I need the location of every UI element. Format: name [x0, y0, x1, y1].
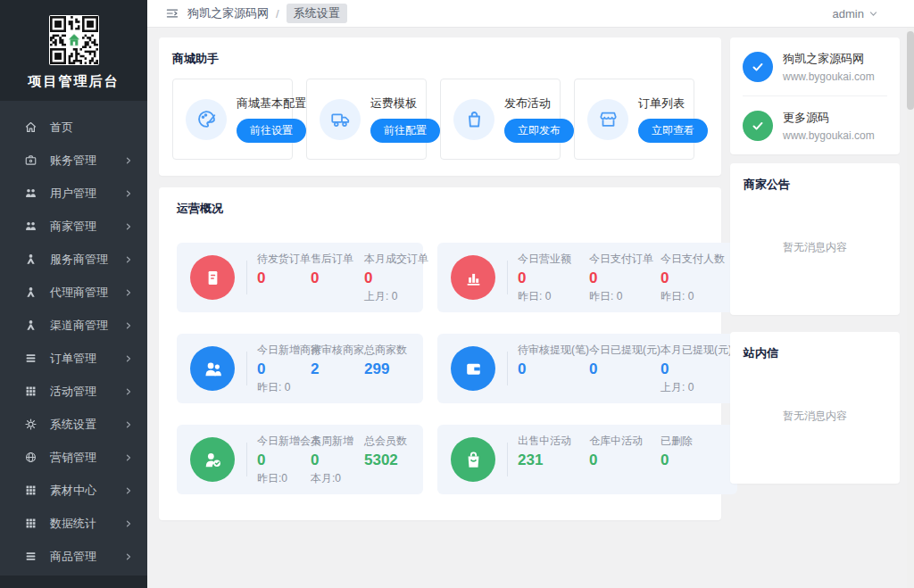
document-icon	[190, 255, 235, 300]
stat-label: 售后订单	[311, 252, 364, 267]
section-title: 商家公告	[744, 177, 886, 193]
sidebar-item-users[interactable]: 用户管理	[0, 177, 147, 210]
stat-label: 本周新增	[311, 434, 364, 449]
sidebar-item-materials[interactable]: 素材中心	[0, 474, 147, 507]
sidebar-item-system-settings[interactable]: 系统设置	[0, 408, 147, 441]
scrollbar-track[interactable]	[907, 28, 914, 588]
shopping-bag-icon	[453, 99, 494, 140]
card-title: 订单列表	[638, 95, 685, 112]
person-icon	[24, 253, 37, 266]
chevron-right-icon	[124, 519, 133, 528]
stat-label: 总商家数	[364, 343, 418, 358]
sidebar-logo-block: 项目管理后台	[0, 0, 147, 101]
chevron-right-icon	[124, 222, 133, 231]
sidebar-item-label: 服务商管理	[50, 252, 108, 268]
link-url: www.bygoukai.com	[783, 70, 875, 83]
activity-bag-icon	[451, 437, 495, 482]
sidebar-item-label: 用户管理	[50, 186, 96, 202]
source-link-more[interactable]: 更多源码 www.bygoukai.com	[743, 95, 887, 154]
sidebar-item-statistics[interactable]: 数据统计	[0, 507, 147, 540]
divider	[246, 261, 247, 294]
stat-card-merchants: 今日新增商家0昨日: 0 待审核商家2 总商家数299	[177, 334, 423, 403]
order-list-card: 订单列表 立即查看	[574, 79, 694, 160]
stat-label: 本月已提现(元)	[661, 343, 732, 358]
stat-value: 0	[257, 451, 311, 469]
topbar: 狗凯之家源码网 / 系统设置 admin	[147, 0, 914, 28]
link-url: www.bygoukai.com	[783, 129, 875, 142]
section-title: 站内信	[744, 345, 886, 361]
users-icon	[24, 186, 37, 200]
member-icon	[190, 437, 235, 482]
list-icon	[24, 352, 37, 365]
sidebar-item-channels[interactable]: 渠道商管理	[0, 309, 147, 342]
sidebar-item-agents[interactable]: 代理商管理	[0, 276, 147, 309]
stat-label: 今日新增商家	[257, 343, 311, 358]
sidebar-footer	[0, 576, 147, 588]
user-menu[interactable]: admin	[833, 7, 878, 21]
stat-card-orders: 待发货订单0 售后订单0 本月成交订单0上月: 0	[177, 243, 423, 312]
source-links-card: 狗凯之家源码网 www.bygoukai.com 更多源码 www.bygouk…	[730, 37, 900, 154]
sidebar-item-home[interactable]: 首页	[0, 111, 147, 144]
grid-icon	[24, 517, 37, 530]
stat-value: 0	[257, 269, 311, 287]
person-icon	[24, 319, 37, 332]
stat-value: 0	[661, 360, 732, 378]
collapse-menu-icon[interactable]	[165, 6, 179, 21]
sidebar-menu: 首页 账务管理 用户管理 商家管理 服务商管理 代理商管理 渠道商管理 订单管理…	[0, 101, 147, 573]
scrollbar-thumb[interactable]	[907, 31, 914, 110]
stat-value: 0	[589, 360, 661, 378]
sidebar-item-merchants[interactable]: 商家管理	[0, 210, 147, 243]
store-icon	[587, 99, 628, 140]
stat-label: 出售中活动	[518, 434, 589, 449]
wallet-icon	[451, 346, 495, 391]
bar-chart-icon	[451, 255, 495, 300]
stat-value: 0	[661, 451, 732, 469]
grid-icon	[24, 385, 37, 398]
view-now-button[interactable]: 立即查看	[638, 119, 708, 143]
card-title: 发布活动	[504, 95, 551, 112]
publish-now-button[interactable]: 立即发布	[504, 119, 574, 143]
breadcrumb-current[interactable]: 系统设置	[287, 4, 347, 23]
freight-template-card: 运费模板 前往配置	[306, 79, 427, 160]
divider	[246, 352, 247, 385]
home-icon	[24, 120, 37, 134]
stat-label: 已删除	[661, 434, 732, 449]
chevron-right-icon	[124, 486, 133, 495]
empty-message: 暂无消息内容	[783, 240, 847, 255]
empty-message: 暂无消息内容	[783, 409, 847, 424]
divider	[507, 352, 508, 385]
stat-value: 0	[518, 360, 589, 378]
users-icon	[24, 219, 37, 233]
breadcrumb-separator: /	[276, 7, 279, 21]
site-mail-card: 站内信 暂无消息内容	[730, 332, 900, 484]
sidebar-item-activities[interactable]: 活动管理	[0, 375, 147, 408]
stat-sub	[661, 471, 732, 485]
person-icon	[24, 286, 37, 299]
stat-card-revenue: 今日营业额0昨日: 0 今日支付订单0昨日: 0 今日支付人数0昨日: 0	[437, 243, 737, 312]
breadcrumb-root[interactable]: 狗凯之家源码网	[187, 5, 269, 21]
chevron-right-icon	[124, 453, 133, 462]
publish-activity-card: 发布活动 立即发布	[440, 79, 561, 160]
go-config-button[interactable]: 前往配置	[370, 119, 440, 143]
stat-sub	[364, 380, 418, 394]
stat-value: 0	[311, 451, 364, 469]
assistant-cards: 商城基本配置 前往设置 运费模板 前往配置 发布活动 立即发布 订单列表 立即查…	[172, 79, 708, 160]
stat-sub: 昨日: 0	[257, 380, 311, 395]
stat-sub	[589, 380, 661, 394]
globe-icon	[24, 451, 37, 464]
go-settings-button[interactable]: 前往设置	[237, 119, 306, 143]
sidebar-item-label: 素材中心	[50, 483, 96, 499]
sidebar-item-marketing[interactable]: 营销管理	[0, 441, 147, 474]
sidebar-item-products[interactable]: 商品管理	[0, 540, 147, 573]
stat-label: 今日新增会员	[257, 434, 311, 449]
check-circle-icon	[743, 52, 773, 82]
source-link-primary[interactable]: 狗凯之家源码网 www.bygoukai.com	[743, 37, 887, 95]
sidebar-item-finance[interactable]: 账务管理	[0, 144, 147, 177]
stat-value: 2	[311, 360, 364, 378]
sidebar-item-label: 数据统计	[50, 516, 96, 532]
sidebar-item-service-providers[interactable]: 服务商管理	[0, 243, 147, 276]
sidebar-item-label: 渠道商管理	[50, 318, 108, 334]
merchant-notice-card: 商家公告 暂无消息内容	[730, 163, 900, 315]
stat-value: 299	[364, 360, 418, 378]
sidebar-item-orders[interactable]: 订单管理	[0, 342, 147, 375]
